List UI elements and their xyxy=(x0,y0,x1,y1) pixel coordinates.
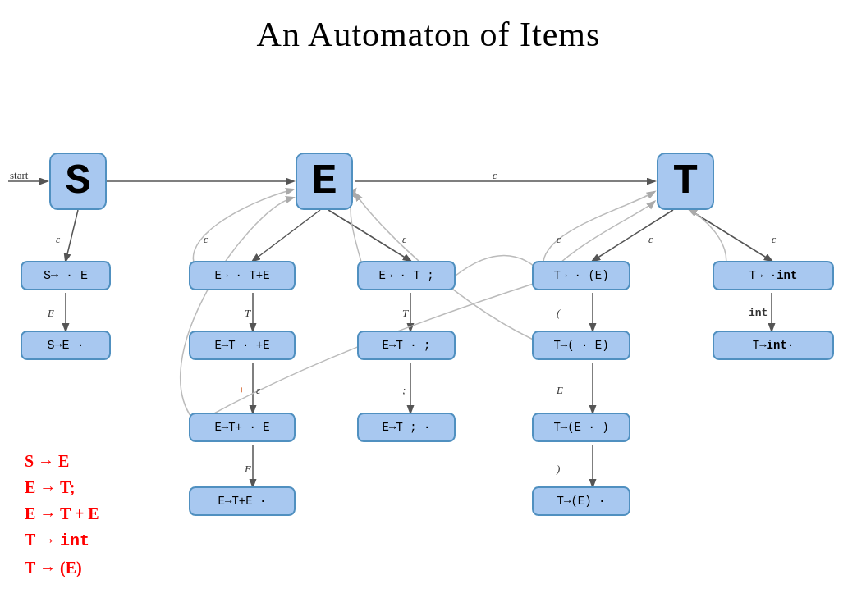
svg-line-6 xyxy=(328,210,410,261)
label-e-to-etpe: ε xyxy=(204,233,208,246)
label-s-to-se: ε xyxy=(56,233,60,246)
label-tpe-open: ( xyxy=(557,307,560,320)
page-title: An Automaton of Items xyxy=(0,0,857,62)
label-ets-semi: ; xyxy=(402,384,406,397)
label-t-to-tpe: ε xyxy=(557,233,561,246)
label-etpE-eps: ε xyxy=(256,384,260,397)
node-ET-dot-pE: E→T · +E xyxy=(189,331,296,360)
label-tint-int: int xyxy=(749,307,768,319)
node-T-dot-int: T→ · int xyxy=(713,261,834,290)
node-ETp-dot-E: E→T+ · E xyxy=(189,413,296,442)
start-label: start xyxy=(10,169,28,182)
node-SE-dot: S→E · xyxy=(21,331,111,360)
svg-line-12 xyxy=(593,210,673,261)
node-Tp-dot-E: T→( · E) xyxy=(532,331,630,360)
svg-line-1 xyxy=(66,210,78,261)
node-TpE-dot-p: T→(E · ) xyxy=(532,413,630,442)
svg-line-13 xyxy=(690,210,772,261)
grammar-rule-5: T → (E) xyxy=(25,554,99,581)
label-etpE-E: E xyxy=(245,463,251,476)
label-e-to-t-top: ε xyxy=(493,169,497,182)
label-etpe-T: T xyxy=(245,307,250,320)
label-ets-T: T xyxy=(402,307,408,320)
label-tpE-E: E xyxy=(557,384,563,397)
node-E-dot-TpE: E→ · T+E xyxy=(189,261,296,290)
node-S-dot-E: S→ · E xyxy=(21,261,111,290)
svg-line-5 xyxy=(253,210,320,261)
node-TpEp-dot: T→(E) · xyxy=(532,486,630,516)
node-ETs-dot: E→T ; · xyxy=(357,413,456,442)
node-ETpE-dot: E→T+E · xyxy=(189,486,296,516)
label-t-to-tint: ε xyxy=(772,233,776,246)
grammar-rule-1: S → E xyxy=(25,448,99,474)
node-T-dot-pE: T→ · (E) xyxy=(532,261,630,290)
grammar-rules: S → E E → T; E → T + E T → int T → (E) xyxy=(25,448,99,581)
grammar-rule-4: T → int xyxy=(25,527,99,554)
grammar-rule-3: E → T + E xyxy=(25,500,99,527)
grammar-rule-2: E → T; xyxy=(25,474,99,500)
automaton-diagram: S E T S→ · E S→E · E→ · T+E E→T · +E E→T… xyxy=(0,62,857,616)
label-e-to-t-top2: ε xyxy=(648,233,653,246)
state-E: E xyxy=(296,153,353,210)
label-se-to-see: E xyxy=(48,307,54,320)
label-e-to-ets: ε xyxy=(402,233,406,246)
state-S: S xyxy=(49,153,107,210)
state-T: T xyxy=(657,153,714,210)
node-E-dot-Ts: E→ · T ; xyxy=(357,261,456,290)
node-ET-dot-s: E→T · ; xyxy=(357,331,456,360)
label-etpE-plus: + xyxy=(238,384,245,397)
label-tpEp-close: ) xyxy=(557,463,560,476)
node-Tint-dot: T→ int · xyxy=(713,331,834,360)
